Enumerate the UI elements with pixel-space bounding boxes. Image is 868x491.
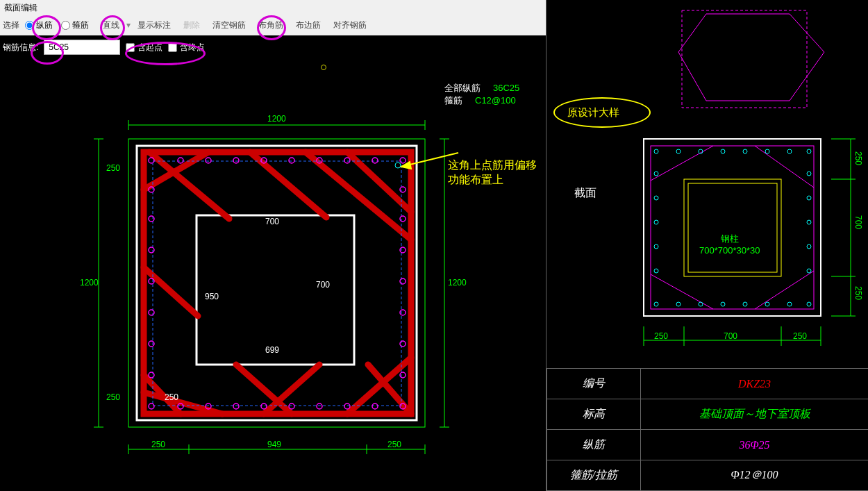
rebar-info-label: 钢筋信息: bbox=[3, 42, 38, 53]
dim-inner-250: 250 bbox=[165, 392, 178, 402]
svg-rect-72 bbox=[684, 179, 781, 276]
svg-point-44 bbox=[233, 403, 239, 409]
btn-delete[interactable]: 删除 bbox=[178, 17, 206, 34]
svg-point-103 bbox=[807, 269, 811, 273]
tbl-label: 标高 bbox=[547, 399, 641, 430]
svg-point-59 bbox=[400, 216, 406, 222]
svg-point-87 bbox=[676, 302, 681, 306]
svg-point-83 bbox=[765, 149, 769, 153]
btn-clear[interactable]: 清空钢筋 bbox=[207, 17, 251, 34]
svg-point-79 bbox=[676, 149, 681, 153]
canvas-left[interactable]: 全部纵筋36C25 箍筋C12@100 bbox=[0, 59, 546, 491]
svg-point-100 bbox=[807, 196, 811, 200]
radio-longitudinal[interactable]: 纵筋 bbox=[25, 19, 53, 31]
chk-start[interactable]: 含起点 bbox=[126, 42, 162, 53]
right-drawing bbox=[546, 0, 868, 368]
dim-left: 1200 bbox=[80, 278, 99, 288]
btn-align[interactable]: 对齐钢筋 bbox=[328, 17, 372, 34]
svg-point-55 bbox=[149, 310, 154, 315]
info-table: 编号DKZ23 标高基础顶面～地下室顶板 纵筋36Φ25 箍筋/拉筋Φ12＠10… bbox=[546, 368, 868, 491]
svg-point-81 bbox=[721, 149, 725, 153]
rebar-info-input[interactable] bbox=[44, 40, 120, 55]
svg-point-102 bbox=[807, 244, 811, 249]
svg-point-88 bbox=[699, 302, 703, 306]
svg-point-40 bbox=[400, 158, 406, 163]
chk-end[interactable]: 含终点 bbox=[168, 42, 205, 53]
tbl-label: 编号 bbox=[547, 369, 641, 399]
rdim: 250 bbox=[793, 331, 807, 341]
svg-line-27 bbox=[264, 365, 319, 414]
svg-point-38 bbox=[344, 158, 350, 163]
svg-point-94 bbox=[654, 172, 658, 176]
dim-top: 1200 bbox=[267, 114, 286, 124]
svg-point-85 bbox=[807, 149, 811, 153]
toolbar-rebar-info: 钢筋信息: 含起点 含终点 bbox=[0, 35, 546, 59]
svg-line-76 bbox=[651, 274, 713, 309]
svg-point-53 bbox=[149, 247, 154, 253]
annotation-offset: 这角上点筋用偏移功能布置上 bbox=[448, 158, 537, 188]
svg-point-65 bbox=[395, 163, 401, 168]
svg-point-89 bbox=[721, 302, 725, 306]
svg-point-54 bbox=[149, 278, 154, 284]
svg-line-75 bbox=[755, 146, 814, 188]
svg-point-78 bbox=[654, 149, 658, 153]
tbl-value: Φ12＠100 bbox=[641, 460, 869, 491]
svg-point-97 bbox=[654, 244, 658, 249]
svg-rect-68 bbox=[682, 10, 807, 108]
svg-point-96 bbox=[654, 220, 658, 224]
svg-point-64 bbox=[400, 372, 406, 378]
svg-point-31 bbox=[149, 158, 154, 163]
svg-line-74 bbox=[651, 146, 713, 181]
toolbar-main: 选择 纵筋 箍筋 直线 ▾ 显示标注 删除 清空钢筋 布角筋 布边筋 对齐钢筋 bbox=[0, 15, 546, 35]
svg-point-99 bbox=[807, 172, 811, 176]
svg-line-26 bbox=[236, 365, 292, 414]
svg-point-86 bbox=[654, 302, 658, 306]
section-drawing bbox=[0, 59, 546, 491]
svg-point-47 bbox=[317, 403, 322, 409]
inner-dim-top: 700 bbox=[265, 217, 279, 226]
svg-rect-17 bbox=[144, 152, 411, 414]
svg-marker-69 bbox=[678, 14, 824, 101]
btn-show-dim[interactable]: 显示标注 bbox=[132, 17, 176, 34]
dim-bottom-1: 250 bbox=[151, 440, 165, 449]
svg-rect-70 bbox=[644, 139, 821, 316]
svg-point-92 bbox=[787, 302, 792, 306]
inner-dim-midleft: 700 bbox=[316, 280, 330, 290]
svg-point-41 bbox=[149, 403, 154, 409]
btn-corner[interactable]: 布角筋 bbox=[253, 17, 289, 34]
rdim: 700 bbox=[724, 331, 737, 341]
rdim: 250 bbox=[853, 151, 863, 165]
tbl-value: DKZ23 bbox=[641, 369, 869, 399]
svg-point-39 bbox=[372, 158, 378, 163]
svg-rect-15 bbox=[137, 146, 417, 420]
svg-point-49 bbox=[372, 403, 378, 409]
svg-point-58 bbox=[400, 187, 406, 192]
svg-point-62 bbox=[400, 310, 406, 315]
svg-rect-16 bbox=[197, 215, 354, 365]
svg-point-46 bbox=[289, 403, 294, 409]
btn-edge[interactable]: 布边筋 bbox=[290, 17, 326, 34]
svg-point-101 bbox=[807, 220, 811, 224]
btn-line[interactable]: 直线 bbox=[97, 17, 125, 34]
svg-point-98 bbox=[654, 269, 658, 273]
svg-point-56 bbox=[149, 341, 154, 347]
svg-point-36 bbox=[289, 158, 294, 163]
svg-point-61 bbox=[400, 278, 406, 284]
svg-point-93 bbox=[807, 302, 811, 306]
svg-point-57 bbox=[149, 372, 154, 378]
rdim: 250 bbox=[654, 331, 668, 341]
svg-line-23 bbox=[144, 267, 198, 316]
svg-point-82 bbox=[743, 149, 747, 153]
svg-point-48 bbox=[344, 403, 350, 409]
dim-bottom-3: 250 bbox=[387, 440, 401, 449]
tbl-value: 36Φ25 bbox=[641, 430, 869, 460]
inner-dim-left: 950 bbox=[205, 292, 219, 301]
svg-point-90 bbox=[743, 302, 747, 306]
dim-left-upper: 250 bbox=[106, 163, 120, 173]
radio-stirrup[interactable]: 箍筋 bbox=[61, 19, 89, 31]
rdim: 700 bbox=[853, 215, 863, 229]
rdim: 250 bbox=[853, 286, 863, 300]
svg-rect-73 bbox=[688, 183, 777, 272]
svg-point-45 bbox=[261, 403, 267, 409]
dim-right: 1200 bbox=[448, 278, 467, 288]
